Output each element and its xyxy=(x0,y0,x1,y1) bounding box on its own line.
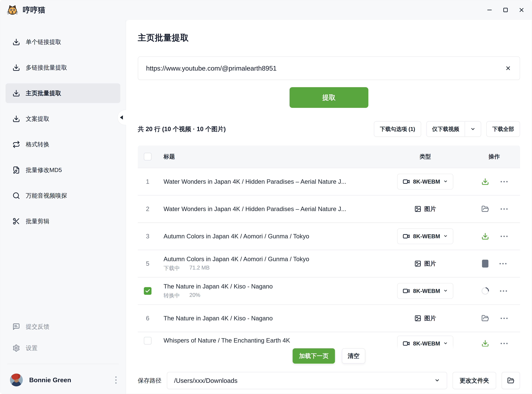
sidebar-item-homepage-batch-extract[interactable]: 主页批量提取 xyxy=(5,83,120,103)
row-index: 1 xyxy=(144,178,151,185)
video-only-split-button: 仅下载视频 xyxy=(426,121,481,137)
format-label: 8K-WEBM xyxy=(413,340,440,347)
sidebar-item-batch-md5[interactable]: 批量修改MD5 xyxy=(5,160,120,180)
scissors-icon xyxy=(12,218,20,225)
type-label: 图片 xyxy=(424,205,436,213)
clear-url-button[interactable] xyxy=(504,65,512,72)
row-index: 2 xyxy=(144,205,151,213)
sidebar-item-multi-link-batch-extract[interactable]: 多链接批量提取 xyxy=(5,58,120,78)
row-title: Autumn Colors in Japan 4K / Aomori / Gun… xyxy=(164,255,382,263)
stop-download-button[interactable] xyxy=(482,260,488,268)
row-status-detail: 71.2 MB xyxy=(189,264,210,272)
more-actions-button[interactable] xyxy=(501,179,508,184)
format-dropdown[interactable]: 8K-WEBM xyxy=(397,228,453,244)
open-save-folder-button[interactable] xyxy=(501,372,520,389)
video-icon xyxy=(403,233,410,240)
video-only-dropdown-button[interactable] xyxy=(465,122,481,137)
download-row-button[interactable] xyxy=(481,177,490,186)
save-path-select[interactable]: /Users/xxx/Downloads xyxy=(167,372,447,389)
image-icon xyxy=(414,206,421,213)
sidebar-item-label: 格式转换 xyxy=(26,140,49,148)
extract-button[interactable]: 提取 xyxy=(290,87,368,108)
sidebar-item-media-sniffer[interactable]: 万能音视频嗅探 xyxy=(5,186,120,206)
sidebar-item-settings[interactable]: 设置 xyxy=(5,338,120,358)
chevron-down-icon xyxy=(443,341,448,346)
row-title: Whispers of Nature / The Enchanting Eart… xyxy=(164,337,382,344)
chevron-down-icon xyxy=(443,179,448,184)
chevron-down-icon xyxy=(434,378,440,384)
sidebar-item-label: 批量剪辑 xyxy=(26,217,49,225)
type-image: 图片 xyxy=(414,260,436,268)
format-dropdown[interactable]: 8K-WEBM xyxy=(397,174,453,190)
type-label: 图片 xyxy=(424,260,436,268)
maximize-button[interactable] xyxy=(502,6,509,13)
user-menu-kebab-icon[interactable] xyxy=(114,375,118,385)
more-actions-button[interactable] xyxy=(500,261,506,266)
folder-open-icon xyxy=(507,377,514,384)
sidebar-item-format-convert[interactable]: 格式转换 xyxy=(5,135,120,154)
row-index: 5 xyxy=(144,260,151,267)
user-name: Bonnie Green xyxy=(29,376,71,384)
download-all-button[interactable]: 下载全部 xyxy=(486,121,520,137)
file-pen-icon xyxy=(12,166,20,174)
download-icon xyxy=(12,64,20,71)
main-content: 主页批量提取 提取 共 20 行 (10 个视频 · 10 个图片) 下载勾选项… xyxy=(126,20,532,394)
select-all-checkbox[interactable] xyxy=(144,153,151,161)
sidebar-item-label: 提交反馈 xyxy=(26,323,49,331)
image-icon xyxy=(414,315,421,322)
download-row-button[interactable] xyxy=(481,232,490,241)
more-actions-button[interactable] xyxy=(501,234,508,239)
format-label: 8K-WEBM xyxy=(413,288,440,294)
table-row: Whispers of Nature / The Enchanting Eart… xyxy=(138,332,520,349)
row-title: The Nature in Japan 4K / Kiso - Nagano xyxy=(164,315,382,322)
sidebar-divider xyxy=(7,364,119,364)
more-actions-button[interactable] xyxy=(500,289,507,293)
sidebar-item-label: 设置 xyxy=(26,344,37,352)
download-row-button[interactable] xyxy=(481,339,490,348)
format-dropdown[interactable]: 8K-WEBM xyxy=(397,336,453,349)
download-selected-button[interactable]: 下载勾选项 (1) xyxy=(374,121,421,137)
download-icon xyxy=(12,115,20,123)
clear-list-button[interactable]: 清空 xyxy=(342,348,365,363)
format-label: 8K-WEBM xyxy=(413,178,440,185)
user-profile[interactable]: Bonnie Green xyxy=(5,371,120,389)
more-actions-button[interactable] xyxy=(501,341,508,346)
download-icon xyxy=(12,38,20,46)
sidebar-item-single-link-extract[interactable]: 单个链接提取 xyxy=(5,32,120,52)
type-image: 图片 xyxy=(414,314,436,322)
type-image: 图片 xyxy=(414,205,436,213)
row-title: The Nature in Japan 4K / Kiso - Nagano xyxy=(164,283,382,290)
chevron-down-icon xyxy=(443,234,448,239)
sidebar-item-feedback[interactable]: 提交反馈 xyxy=(5,317,120,337)
result-summary: 共 20 行 (10 个视频 · 10 个图片) xyxy=(138,125,226,133)
url-input[interactable] xyxy=(146,64,504,72)
video-only-button[interactable]: 仅下载视频 xyxy=(427,122,465,137)
chevron-down-icon xyxy=(443,289,448,293)
more-actions-button[interactable] xyxy=(501,316,508,321)
more-actions-button[interactable] xyxy=(501,207,508,211)
column-header-type: 类型 xyxy=(420,153,431,161)
converting-spinner-icon xyxy=(480,286,490,296)
row-checkbox[interactable] xyxy=(144,337,151,344)
sidebar-item-label: 文案提取 xyxy=(26,115,49,123)
row-checkbox-checked[interactable] xyxy=(144,287,151,295)
repeat-icon xyxy=(12,141,20,148)
url-input-box xyxy=(138,56,520,80)
pagination-controls: 加载下一页 清空 xyxy=(292,348,365,363)
table-row: 1 Water Wonders in Japan 4K / Hidden Par… xyxy=(138,168,520,196)
open-folder-button[interactable] xyxy=(481,314,490,323)
table-row: 6 The Nature in Japan 4K / Kiso - Nagano… xyxy=(138,305,520,332)
format-dropdown[interactable]: 8K-WEBM xyxy=(397,283,453,299)
change-folder-button[interactable]: 更改文件夹 xyxy=(453,372,496,389)
open-folder-button[interactable] xyxy=(481,205,490,213)
download-icon xyxy=(12,89,20,97)
column-header-title: 标题 xyxy=(164,153,382,161)
table-row: 3 Autumn Colors in Japan 4K / Aomori / G… xyxy=(138,223,520,250)
load-next-page-button[interactable]: 加载下一页 xyxy=(292,348,335,363)
sidebar-item-batch-clip[interactable]: 批量剪辑 xyxy=(5,211,120,231)
close-button[interactable] xyxy=(518,6,525,13)
chevron-left-icon xyxy=(120,115,123,119)
column-header-actions: 操作 xyxy=(489,153,500,161)
sidebar-item-copy-extract[interactable]: 文案提取 xyxy=(5,109,120,129)
minimize-button[interactable] xyxy=(486,6,493,13)
